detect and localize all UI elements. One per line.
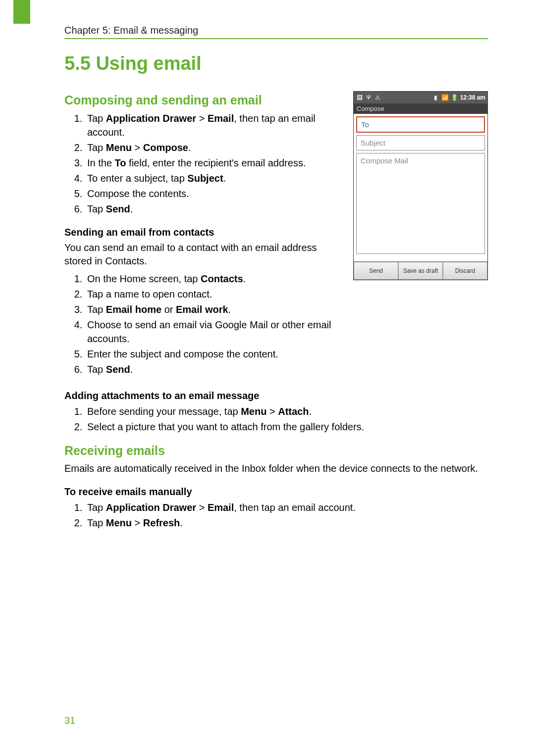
step-text: .	[228, 304, 231, 315]
battery-icon: 🔋	[451, 94, 459, 101]
step: In the To field, enter the recipient's e…	[85, 156, 345, 170]
step-bold: Send	[106, 364, 130, 375]
step-text: Tap	[87, 203, 106, 214]
step-text: Tap a name to open contact.	[87, 289, 212, 300]
from-contacts-steps: On the Home screen, tap Contacts. Tap a …	[64, 272, 345, 376]
usb-icon: Ψ	[365, 94, 373, 101]
from-contacts-heading: Sending an email from contacts	[64, 227, 345, 238]
step-text: Tap	[87, 304, 106, 315]
step-text: .	[130, 364, 133, 375]
step-text: .	[223, 173, 226, 184]
step-text: Tap	[87, 113, 106, 124]
section-title: 5.5 Using email	[64, 53, 488, 74]
receiving-heading: Receiving emails	[64, 444, 488, 458]
step-bold: Email	[208, 113, 234, 124]
step-text: field, enter the recipient's email addre…	[126, 157, 306, 168]
step-bold: Menu	[241, 406, 267, 417]
composing-steps: Tap Application Drawer > Email, then tap…	[64, 111, 345, 216]
step-text: >	[196, 113, 208, 124]
send-button[interactable]: Send	[354, 262, 398, 280]
step-bold: To	[115, 157, 126, 168]
page-number: 31	[64, 715, 75, 726]
attachments-steps: Before sending your message, tap Menu > …	[64, 404, 488, 434]
image-icon: 🖼	[356, 94, 364, 101]
to-field[interactable]: To	[356, 116, 485, 133]
phone-button-bar: Send Save as draft Discard	[354, 261, 487, 280]
compose-body-field[interactable]: Compose Mail	[356, 153, 485, 254]
chapter-header: Chapter 5: Email & messaging	[64, 25, 488, 39]
step: Tap Application Drawer > Email, then tap…	[85, 111, 345, 139]
step-bold: Application Drawer	[106, 113, 196, 124]
manual-page: Chapter 5: Email & messaging 5.5 Using e…	[0, 0, 535, 756]
receive-manual-heading: To receive emails manually	[64, 486, 488, 498]
step: Enter the subject and compose the conten…	[85, 347, 345, 361]
step: Choose to send an email via Google Mail …	[85, 318, 345, 346]
subject-field[interactable]: Subject	[356, 135, 485, 151]
step-text: In the	[87, 157, 115, 168]
step-text: >	[132, 142, 143, 153]
step-text: Tap	[87, 502, 106, 513]
step-bold: Send	[106, 203, 130, 214]
step-bold: Contacts	[201, 273, 243, 284]
phone-frame: 🖼 Ψ ⚠ ▮ 📶 🔋 12:38 am Compose To Subject	[353, 91, 488, 280]
step: Compose the contents.	[85, 187, 345, 201]
step: Tap Application Drawer > Email, then tap…	[85, 501, 488, 514]
step-text: To enter a subject, tap	[87, 173, 187, 184]
step-text: .	[130, 203, 133, 214]
page-accent-tab	[13, 0, 30, 24]
attachments-heading: Adding attachments to an email message	[64, 390, 488, 402]
step: On the Home screen, tap Contacts.	[85, 272, 345, 286]
phone-body: To Subject Compose Mail	[354, 114, 487, 256]
step: Tap Menu > Refresh.	[85, 516, 488, 530]
receiving-intro: Emails are automatically received in the…	[64, 462, 488, 475]
save-draft-button[interactable]: Save as draft	[398, 262, 443, 280]
signal-icon: 📶	[441, 94, 449, 101]
discard-button[interactable]: Discard	[443, 262, 487, 280]
step-text: >	[132, 517, 143, 528]
step-bold: Email	[208, 502, 234, 513]
warning-icon: ⚠	[374, 94, 381, 101]
status-right-icons: ▮ 📶 🔋 12:38 am	[432, 94, 485, 101]
receive-manual-steps: Tap Application Drawer > Email, then tap…	[64, 501, 488, 530]
step: Tap Email home or Email work.	[85, 302, 345, 316]
step-bold: Menu	[106, 517, 132, 528]
step-bold: Email home	[106, 304, 161, 315]
phone-status-bar: 🖼 Ψ ⚠ ▮ 📶 🔋 12:38 am	[354, 92, 487, 103]
step-bold: Subject	[187, 173, 223, 184]
step: Select a picture that you want to attach…	[85, 420, 488, 434]
step-bold: Refresh	[143, 517, 180, 528]
step-text: Enter the subject and compose the conten…	[87, 349, 278, 359]
step: Tap Menu > Compose.	[85, 141, 345, 154]
step-text: Tap	[87, 517, 106, 528]
step-bold: Application Drawer	[106, 502, 196, 513]
step-text: , then tap an email account.	[234, 502, 356, 513]
step-bold: Attach	[278, 406, 309, 417]
step: Tap Send.	[85, 202, 345, 216]
step: Tap Send.	[85, 362, 345, 376]
phone-titlebar: Compose	[354, 103, 487, 114]
status-left-icons: 🖼 Ψ ⚠	[356, 94, 381, 101]
step-text: >	[267, 406, 278, 417]
step-text: Before sending your message, tap	[87, 406, 241, 417]
step-text: Choose to send an email via Google Mail …	[87, 319, 331, 344]
step-bold: Compose	[143, 142, 188, 153]
step-text: Compose the contents.	[87, 188, 189, 199]
step-bold: Menu	[106, 142, 132, 153]
step-text: >	[196, 502, 208, 513]
compose-screenshot: 🖼 Ψ ⚠ ▮ 📶 🔋 12:38 am Compose To Subject	[353, 91, 488, 280]
composing-text-column: Composing and sending an email Tap Appli…	[64, 83, 353, 379]
step: Before sending your message, tap Menu > …	[85, 404, 488, 418]
step-bold: Email work	[176, 304, 228, 315]
step: To enter a subject, tap Subject.	[85, 171, 345, 185]
step-text: On the Home screen, tap	[87, 273, 201, 284]
from-contacts-intro: You can send an email to a contact with …	[64, 241, 345, 268]
sim-icon: ▮	[432, 94, 440, 101]
step-text: .	[243, 273, 246, 284]
step-text: .	[180, 517, 183, 528]
step-text: Tap	[87, 364, 106, 375]
composing-section: Composing and sending an email Tap Appli…	[64, 83, 488, 379]
step-text: Tap	[87, 142, 106, 153]
step-text: .	[309, 406, 312, 417]
composing-heading: Composing and sending an email	[64, 93, 345, 107]
step-text: Select a picture that you want to attach…	[87, 421, 364, 432]
